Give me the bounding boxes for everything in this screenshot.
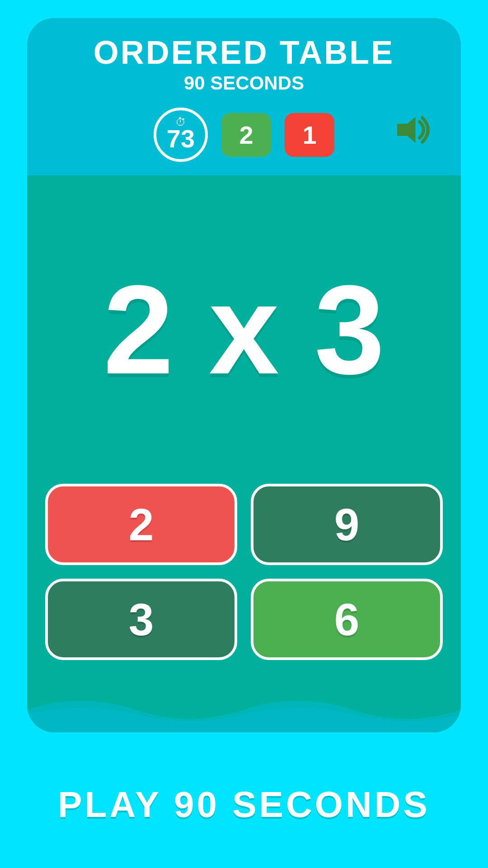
wrong-score-value: 1 xyxy=(302,121,316,149)
answer-value-2: 9 xyxy=(334,499,360,551)
answer-button-2[interactable]: 9 xyxy=(251,484,443,565)
stats-row: ⏱ 73 2 1 xyxy=(154,108,334,162)
answer-value-3: 3 xyxy=(129,594,154,646)
answer-value-4: 6 xyxy=(334,594,360,646)
svg-marker-0 xyxy=(397,117,416,143)
answer-button-4[interactable]: 6 xyxy=(251,579,443,660)
game-subtitle: 90 SECONDS xyxy=(184,72,304,94)
question-area: 2 x 3 xyxy=(85,175,403,484)
correct-score-badge: 2 xyxy=(221,113,271,157)
timer-display: ⏱ 73 xyxy=(154,108,208,162)
screen: ORDERED TABLE 90 SECONDS ⏱ 73 2 1 xyxy=(0,0,488,868)
timer-icon: ⏱ xyxy=(175,116,186,128)
answer-value-1: 2 xyxy=(129,499,154,551)
play-text: PLAY 90 SECONDS xyxy=(58,784,430,826)
game-title: ORDERED TABLE xyxy=(94,36,395,69)
header-area: ORDERED TABLE 90 SECONDS ⏱ 73 2 1 xyxy=(27,18,461,175)
answer-button-1[interactable]: 2 xyxy=(45,484,237,565)
answer-button-3[interactable]: 3 xyxy=(45,579,237,660)
main-card: ORDERED TABLE 90 SECONDS ⏱ 73 2 1 xyxy=(27,18,461,732)
card-wave xyxy=(27,683,461,732)
wrong-score-badge: 1 xyxy=(285,113,334,157)
sound-button[interactable] xyxy=(393,109,434,152)
question-text: 2 x 3 xyxy=(103,266,385,393)
correct-score-value: 2 xyxy=(239,121,253,149)
bottom-area: PLAY 90 SECONDS xyxy=(58,741,430,868)
